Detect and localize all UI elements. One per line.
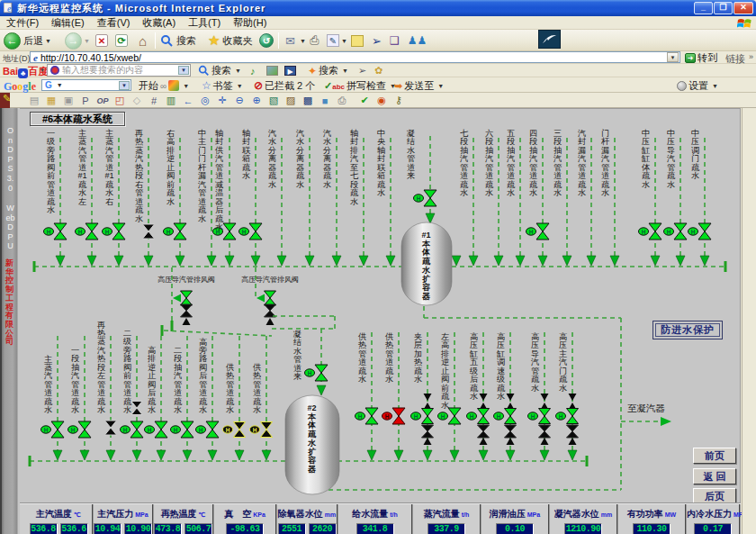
- print-page-icon[interactable]: ⎙: [335, 94, 349, 107]
- google-popup-blocker[interactable]: ⊘ 已拦截 2 个: [254, 78, 315, 93]
- baidu-search-input[interactable]: 输入想要搜索的内容 ▼: [47, 64, 191, 77]
- pipe-label: 七段抽汽管道疏水: [459, 130, 469, 198]
- google-sendto-button[interactable]: ➥ 发送至▼: [394, 78, 444, 93]
- trend-chart-icon[interactable]: ▧: [266, 94, 281, 107]
- menu-view[interactable]: 查看(V): [91, 16, 137, 30]
- print-button[interactable]: ⎙: [307, 30, 322, 51]
- close-button[interactable]: ✕: [734, 2, 753, 14]
- discuss-button[interactable]: [351, 30, 364, 51]
- baidu-image-button[interactable]: [266, 64, 278, 77]
- sidebar-company-name: 新华控制工程有限公司: [4, 259, 14, 347]
- bar-chart-icon[interactable]: ▩: [301, 94, 315, 107]
- confirm-icon[interactable]: ✔: [357, 94, 372, 107]
- baidu-video-button[interactable]: ▶: [284, 64, 296, 77]
- save-icon[interactable]: ▣: [61, 94, 76, 107]
- svg-text:H: H: [559, 413, 563, 420]
- links-chevron-icon[interactable]: »: [749, 52, 753, 61]
- maximize-button[interactable]: ❐: [714, 2, 733, 14]
- address-input[interactable]: e http://10.70.40.15/xweb/ ▼: [30, 51, 680, 63]
- p-tool-icon[interactable]: P: [78, 94, 93, 107]
- go-button[interactable]: ➜ 转到: [685, 51, 717, 65]
- google-search-input[interactable]: G ▼ ▼: [41, 79, 131, 91]
- history-button[interactable]: ↺: [259, 30, 274, 51]
- google-bookmarks-button[interactable]: ☆ 书签▼: [202, 78, 243, 93]
- back-button[interactable]: ← 后退▼: [4, 30, 51, 51]
- pipe-label: 高压主汽门疏水: [558, 333, 568, 393]
- move-icon[interactable]: ✛: [215, 94, 230, 107]
- windows-logo-icon: [737, 17, 752, 29]
- baidu-hot-search-button[interactable]: ✦ 搜索▼: [308, 64, 348, 77]
- google-start-button[interactable]: 开始∞ ▼: [139, 78, 189, 93]
- refresh-button[interactable]: ⟳: [115, 30, 128, 51]
- menu-file[interactable]: 文件(F): [0, 16, 45, 30]
- snapshot-icon[interactable]: ▨: [284, 94, 298, 107]
- prev-page-button[interactable]: 前页: [693, 448, 736, 464]
- forward-button[interactable]: →▼: [65, 30, 90, 51]
- left-sidebar: OnDPS3.0 WebDPU 新华控制工程有限公司: [0, 108, 20, 534]
- media-button[interactable]: ❑: [387, 30, 402, 51]
- zoom-in-icon[interactable]: ⊕: [249, 94, 264, 107]
- tank-label-1: #1本体疏水扩容器: [421, 231, 431, 302]
- baidu-pointer-button[interactable]: ➢: [358, 64, 366, 77]
- return-button[interactable]: 返 回: [693, 468, 736, 484]
- next-page-button[interactable]: 后页: [693, 488, 736, 502]
- menu-edit[interactable]: 编辑(E): [45, 16, 91, 30]
- stop-button[interactable]: ✕: [95, 30, 108, 51]
- cursor-tool-button[interactable]: ➢: [369, 30, 384, 51]
- svg-text:H: H: [47, 229, 51, 235]
- minimize-button[interactable]: _: [694, 2, 713, 14]
- pipe-label: 中压缸缸体疏水: [641, 130, 651, 189]
- google-settings-button[interactable]: 设置▼: [677, 78, 718, 93]
- discuss-icon: [351, 35, 364, 47]
- status-label: 蒸汽流量 t/h: [413, 508, 480, 520]
- op-tool-icon[interactable]: OP: [95, 94, 110, 107]
- key-icon[interactable]: ⚷: [392, 94, 406, 107]
- mail-icon: ✉: [283, 33, 298, 49]
- baidu-search-button[interactable]: 搜索▼: [198, 64, 241, 77]
- panel-icon[interactable]: ■: [318, 94, 332, 107]
- zoom-select-icon[interactable]: ◰: [112, 94, 127, 107]
- menu-tools[interactable]: 工具(T): [182, 16, 227, 30]
- svg-text:H: H: [385, 413, 390, 420]
- magnifier-icon[interactable]: ◎: [198, 94, 212, 107]
- grid-icon[interactable]: #: [147, 94, 161, 107]
- baidu-input-dropdown[interactable]: ▼: [178, 66, 189, 75]
- new-doc-icon[interactable]: ▤: [27, 94, 41, 107]
- search-button[interactable]: 搜索: [160, 30, 196, 51]
- pan-icon[interactable]: ◇: [130, 94, 144, 107]
- menu-help[interactable]: 帮助(H): [227, 16, 273, 30]
- pipe-label: 供热管道疏水: [384, 333, 394, 385]
- baidu-notes-button[interactable]: ✿: [374, 64, 382, 77]
- svg-text:H: H: [308, 370, 312, 376]
- baidu-music-button[interactable]: ♪: [250, 64, 256, 77]
- home-button[interactable]: ⌂: [135, 30, 150, 51]
- ie-page-icon: e: [33, 52, 38, 63]
- status-group-3: 真 空 KPa-98.63: [214, 504, 277, 534]
- stop-icon: ✕: [95, 34, 108, 47]
- picture-icon[interactable]: ▥: [164, 94, 178, 107]
- zoom-out-icon[interactable]: ⊖: [232, 94, 247, 107]
- back-arrow-icon[interactable]: ←: [181, 94, 195, 107]
- status-value: 10.94: [94, 523, 122, 534]
- pipe-label: 高旁路阀后管道疏水: [198, 339, 208, 415]
- svg-text:H: H: [78, 229, 83, 235]
- alarm-icon[interactable]: ◉: [374, 94, 389, 107]
- edit-button[interactable]: ✎▼: [327, 30, 347, 51]
- favorites-button[interactable]: ★ 收藏夹: [208, 30, 253, 51]
- google-spellcheck-button[interactable]: ✓abc 拼写检查▼: [324, 78, 396, 93]
- ie-window-icon: e: [4, 3, 14, 14]
- cursor-icon: ➢: [369, 33, 384, 49]
- status-unit: MW: [663, 511, 676, 518]
- address-dropdown[interactable]: ▼: [667, 52, 679, 62]
- open-folder-icon[interactable]: ▦: [44, 94, 58, 107]
- mail-button[interactable]: ✉▼: [283, 30, 306, 51]
- status-label: 主汽压力 MPa: [94, 508, 152, 520]
- pipe-label: 二级旁路阀前管道疏水: [122, 330, 132, 415]
- hot-star-icon: ✦: [308, 65, 317, 77]
- google-input-dropdown[interactable]: ▼: [119, 81, 130, 90]
- messenger-button[interactable]: ♟♟: [410, 30, 425, 51]
- status-label: 主汽温度 ℃: [25, 508, 92, 520]
- menu-favorites[interactable]: 收藏(A): [136, 16, 182, 30]
- pipe-label: 主蒸汽管道疏水: [43, 356, 53, 415]
- water-induction-protect-button[interactable]: 防进水保护: [652, 321, 723, 339]
